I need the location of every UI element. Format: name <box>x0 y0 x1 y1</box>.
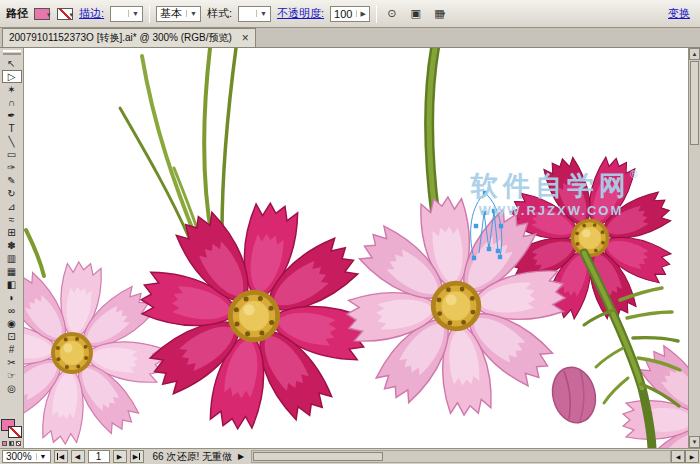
page-number-field[interactable]: 1 <box>88 450 110 463</box>
opacity-value: 100 <box>334 8 352 20</box>
direct-selection-tool[interactable]: ▷ <box>2 70 22 83</box>
align-panel-icon[interactable]: ▣ <box>407 5 425 23</box>
divider <box>149 5 150 23</box>
tools-panel: ↖▷✶∩✒T╲▭✑✎↻⊿≈⊞✽▥▦◧◗∞◉⊡#✂☞◎ <box>0 48 24 448</box>
vertical-scrollbar[interactable]: ▲ ▼ <box>688 48 700 448</box>
live-paint-selection-tool[interactable]: ⊡ <box>2 330 22 343</box>
type-tool[interactable]: T <box>2 122 22 135</box>
pencil-tool[interactable]: ✎ <box>2 174 22 187</box>
opacity-panel-link[interactable]: 不透明度: <box>277 6 324 21</box>
status-popup-icon[interactable]: ▶ <box>235 450 247 463</box>
divider <box>376 5 377 23</box>
slice-tool[interactable]: # <box>2 343 22 356</box>
style-label: 样式: <box>207 6 232 21</box>
chevron-down-icon: ▼ <box>186 10 197 17</box>
zoom-tool[interactable]: ◎ <box>2 382 22 395</box>
style-combo[interactable]: ▼ <box>238 6 271 22</box>
watermark-title: 软件自学网 <box>470 171 631 201</box>
pen-tool[interactable]: ✒ <box>2 109 22 122</box>
selection-tool[interactable]: ↖ <box>2 57 22 70</box>
stroke-swatch[interactable] <box>8 426 22 438</box>
vertical-scroll-thumb[interactable] <box>690 61 699 145</box>
chevron-right-icon: ▶ <box>356 10 365 17</box>
horizontal-scrollbar[interactable]: ◀ ▶ <box>251 450 699 463</box>
chevron-down-icon: ▼ <box>256 10 267 17</box>
fill-color-chip[interactable]: ▾ <box>34 7 51 20</box>
live-paint-bucket-tool[interactable]: ◉ <box>2 317 22 330</box>
panel-grip-icon[interactable] <box>3 50 21 55</box>
stroke-panel-link[interactable]: 描边: <box>79 6 104 21</box>
status-bar: 300% ▼ ◀ ◀ 1 ▶ ▶ 66 次还原! 无重做 ▶ ◀ ▶ <box>0 448 700 464</box>
column-graph-tool[interactable]: ▥ <box>2 252 22 265</box>
blend-tool[interactable]: ∞ <box>2 304 22 317</box>
previous-page-button[interactable]: ◀ <box>71 450 85 463</box>
canvas-artwork[interactable]: 软件自学网 ® WWW.RJZXW.COM <box>24 48 688 448</box>
document-title: 20079101152373O [转换].ai* @ 300% (RGB/预览) <box>9 31 232 45</box>
opacity-combo[interactable]: 100 ▶ <box>330 6 370 22</box>
chevron-down-icon: ▾ <box>70 11 74 18</box>
warp-tool[interactable]: ≈ <box>2 213 22 226</box>
document-tab[interactable]: 20079101152373O [转换].ai* @ 300% (RGB/预览)… <box>2 28 256 47</box>
scroll-right-icon[interactable]: ▶ <box>685 450 699 463</box>
close-icon[interactable]: × <box>242 32 249 44</box>
document-tab-bar: 20079101152373O [转换].ai* @ 300% (RGB/预览)… <box>0 28 700 48</box>
free-transform-tool[interactable]: ⊞ <box>2 226 22 239</box>
zoom-value: 300% <box>6 451 32 462</box>
magic-wand-tool[interactable]: ✶ <box>2 83 22 96</box>
chevron-down-icon: ▾ <box>47 11 51 18</box>
scroll-down-icon[interactable]: ▼ <box>689 436 700 448</box>
paintbrush-tool[interactable]: ✑ <box>2 161 22 174</box>
status-message: 66 次还原! 无重做 <box>153 450 232 464</box>
brush-value: 基本 <box>160 6 182 21</box>
options-grid-icon[interactable]: ▦▾ <box>431 5 449 23</box>
watermark-url: WWW.RJZXW.COM <box>479 203 623 218</box>
none-button[interactable] <box>16 441 21 446</box>
watermark: 软件自学网 ® WWW.RJZXW.COM <box>470 169 638 218</box>
chevron-down-icon: ▾ <box>442 10 446 18</box>
context-label: 路径 <box>6 6 28 21</box>
rectangle-tool[interactable]: ▭ <box>2 148 22 161</box>
control-bar: 路径 ▾ ▾ 描边: ▼ 基本 ▼ 样式: ▼ 不透明度: 100 ▶ ⊙ ▣ … <box>0 0 700 28</box>
chevron-down-icon: ▼ <box>36 453 47 460</box>
first-page-button[interactable]: ◀ <box>54 450 68 463</box>
transform-panel-link[interactable]: 变换 <box>668 6 690 21</box>
gradient-button[interactable] <box>9 441 14 446</box>
scroll-left-icon[interactable]: ◀ <box>671 450 685 463</box>
vertical-scroll-track[interactable] <box>689 146 700 436</box>
artboard-canvas[interactable]: 软件自学网 ® WWW.RJZXW.COM <box>24 48 688 448</box>
scissors-tool[interactable]: ✂ <box>2 356 22 369</box>
illustrator-window: 路径 ▾ ▾ 描边: ▼ 基本 ▼ 样式: ▼ 不透明度: 100 ▶ ⊙ ▣ … <box>0 0 700 464</box>
gradient-tool[interactable]: ◧ <box>2 278 22 291</box>
rotate-tool[interactable]: ↻ <box>2 187 22 200</box>
stroke-weight-combo[interactable]: ▼ <box>110 6 143 22</box>
scroll-up-icon[interactable]: ▲ <box>689 48 700 60</box>
last-page-button[interactable]: ▶ <box>130 450 144 463</box>
scale-tool[interactable]: ⊿ <box>2 200 22 213</box>
registered-icon: ® <box>630 169 638 180</box>
chevron-down-icon: ▼ <box>128 10 139 17</box>
fill-stroke-swatches <box>1 419 23 439</box>
brush-definition-combo[interactable]: 基本 ▼ <box>156 6 201 22</box>
eyedropper-tool[interactable]: ◗ <box>2 291 22 304</box>
color-button[interactable] <box>2 441 7 446</box>
zoom-level-combo[interactable]: 300% ▼ <box>2 450 51 463</box>
main-area: ↖▷✶∩✒T╲▭✑✎↻⊿≈⊞✽▥▦◧◗∞◉⊡#✂☞◎ <box>0 48 700 448</box>
mesh-tool[interactable]: ▦ <box>2 265 22 278</box>
symbol-sprayer-tool[interactable]: ✽ <box>2 239 22 252</box>
color-mode-row <box>2 441 21 446</box>
hand-tool[interactable]: ☞ <box>2 369 22 382</box>
horizontal-scroll-track[interactable] <box>251 450 671 463</box>
next-page-button[interactable]: ▶ <box>113 450 127 463</box>
line-segment-tool[interactable]: ╲ <box>2 135 22 148</box>
stroke-color-chip[interactable]: ▾ <box>57 7 74 20</box>
recolor-artwork-icon[interactable]: ⊙ <box>383 5 401 23</box>
horizontal-scroll-thumb[interactable] <box>253 452 383 461</box>
lasso-tool[interactable]: ∩ <box>2 96 22 109</box>
